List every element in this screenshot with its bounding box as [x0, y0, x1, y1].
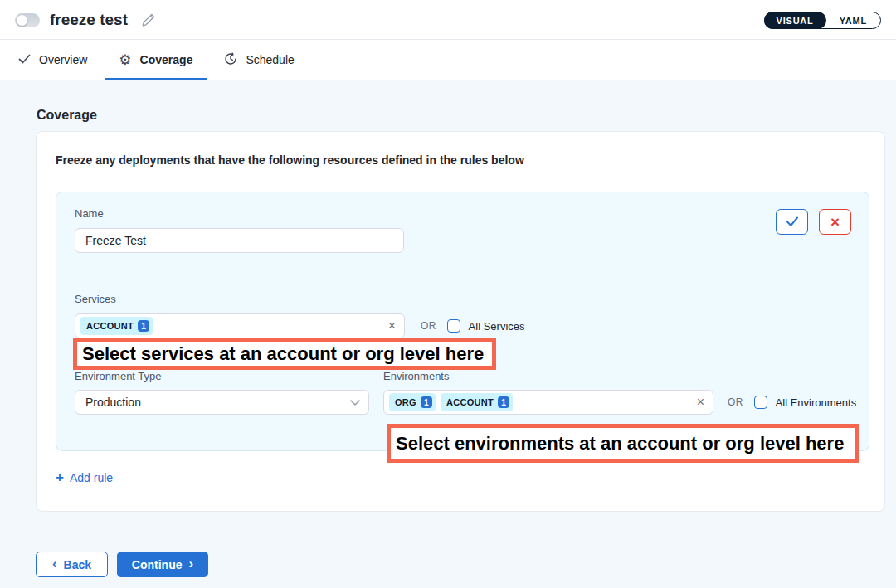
back-label: Back	[64, 558, 91, 571]
continue-label: Continue	[132, 558, 183, 571]
environment-type-label: Environment Type	[75, 370, 162, 382]
tab-coverage-label: Coverage	[140, 53, 193, 66]
environments-multiselect[interactable]: ORG 1 ACCOUNT 1 ×	[383, 390, 713, 415]
visual-mode-button[interactable]: VISUAL	[764, 12, 826, 29]
confirm-rule-button[interactable]	[776, 209, 808, 235]
environments-tag-org: ORG 1	[389, 393, 436, 411]
all-environments-checkbox[interactable]	[754, 396, 767, 409]
continue-button[interactable]: Continue ›	[117, 552, 208, 577]
gear-icon: ⚙	[119, 53, 131, 67]
services-clear-icon[interactable]: ×	[388, 319, 396, 333]
tab-schedule-label: Schedule	[246, 53, 294, 66]
freeze-rule-card: Name × Services ACCOUNT 1 ×	[56, 192, 869, 451]
all-services-label: All Services	[469, 320, 525, 333]
freeze-studio-page: freeze test VISUAL YAML Overview ⚙ Cover…	[0, 0, 896, 588]
tab-overview[interactable]: Overview	[4, 40, 101, 80]
chevron-left-icon: ‹	[52, 556, 57, 571]
tag-count-badge: 1	[498, 396, 509, 408]
toggle-knob	[17, 15, 27, 26]
environments-clear-icon[interactable]: ×	[697, 396, 704, 409]
tag-scope-label: ACCOUNT	[446, 397, 494, 407]
tag-count-badge: 1	[138, 320, 149, 332]
yaml-mode-button[interactable]: YAML	[826, 16, 880, 26]
name-label: Name	[75, 207, 104, 220]
tab-overview-label: Overview	[39, 53, 87, 66]
add-rule-label: Add rule	[70, 471, 113, 484]
environments-label: Environments	[383, 370, 449, 382]
coverage-step: Coverage Freeze any deployments that hav…	[0, 80, 896, 588]
plus-icon: +	[56, 470, 64, 484]
annotation-environments-callout: Select environments at an account or org…	[387, 424, 859, 463]
all-environments-label: All Environments	[776, 396, 857, 409]
check-icon	[18, 53, 31, 66]
services-label: Services	[75, 293, 116, 305]
all-services-checkbox[interactable]	[447, 319, 460, 333]
edit-title-icon[interactable]	[141, 12, 156, 27]
add-rule-button[interactable]: + Add rule	[56, 470, 113, 484]
check-icon	[786, 216, 799, 227]
page-title: freeze test	[50, 0, 128, 40]
environment-type-select[interactable]: Production	[75, 390, 369, 415]
chevron-down-icon	[350, 400, 360, 406]
or-label: OR	[728, 396, 743, 408]
tag-scope-label: ACCOUNT	[86, 321, 134, 331]
schedule-clock-icon	[224, 52, 237, 68]
services-or-group: OR All Services	[421, 313, 525, 338]
tag-count-badge: 1	[421, 396, 432, 408]
annotation-services-callout: Select services at an account or org lev…	[73, 338, 496, 370]
tag-scope-label: ORG	[395, 397, 416, 407]
services-multiselect[interactable]: ACCOUNT 1 ×	[75, 313, 405, 338]
field-divider	[75, 279, 856, 279]
services-tag-account: ACCOUNT 1	[80, 317, 153, 335]
environments-or-group: OR All Environments	[728, 390, 856, 415]
environments-tag-account: ACCOUNT 1	[441, 393, 513, 411]
close-icon: ×	[830, 213, 840, 231]
cancel-rule-button[interactable]: ×	[819, 209, 851, 235]
freeze-enabled-toggle[interactable]	[15, 13, 40, 27]
chevron-right-icon: ›	[188, 556, 193, 571]
visual-yaml-switch: VISUAL YAML	[764, 12, 881, 29]
freeze-studio-tabs: Overview ⚙ Coverage Schedule	[0, 40, 896, 80]
environment-type-value: Production	[85, 396, 141, 409]
tab-schedule[interactable]: Schedule	[210, 40, 308, 80]
top-bar: freeze test VISUAL YAML	[0, 0, 896, 40]
card-intro-text: Freeze any deployments that have the fol…	[56, 153, 524, 167]
rule-name-input[interactable]	[75, 228, 404, 253]
tab-coverage[interactable]: ⚙ Coverage	[105, 40, 207, 80]
wizard-footer: ‹ Back Continue ›	[36, 552, 208, 577]
or-label: OR	[421, 320, 436, 332]
back-button[interactable]: ‹ Back	[36, 552, 108, 577]
section-title: Coverage	[37, 108, 97, 123]
